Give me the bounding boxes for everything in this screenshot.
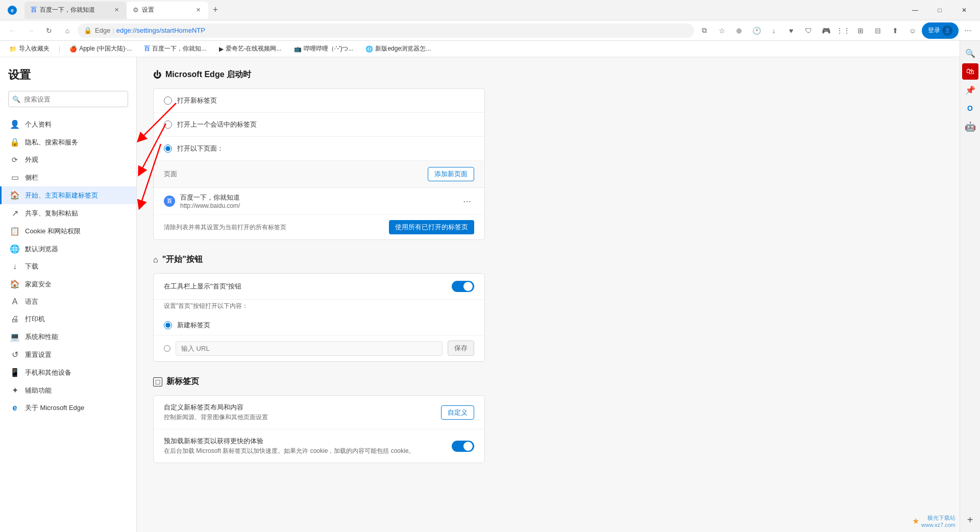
- show-home-toggle[interactable]: [452, 281, 474, 292]
- maximize-button[interactable]: □: [928, 2, 951, 18]
- sidebar-item-language[interactable]: A 语言: [0, 293, 136, 310]
- sidebar-item-appearance[interactable]: ⟳ 外观: [0, 151, 136, 168]
- new-tab-button[interactable]: +: [208, 3, 223, 17]
- search-input[interactable]: [8, 91, 128, 107]
- signin-button[interactable]: 登录 👤: [922, 22, 959, 39]
- minimize-button[interactable]: —: [903, 2, 927, 18]
- address-bar[interactable]: 🔒 Edge | edge://settings/startHomeNTP: [78, 23, 694, 38]
- tab-settings[interactable]: ⚙ 设置 ✕: [127, 2, 208, 19]
- save-url-button[interactable]: 保存: [448, 341, 474, 356]
- back-button[interactable]: ←: [4, 22, 20, 39]
- feedback-btn[interactable]: ☺: [904, 22, 921, 39]
- home-button[interactable]: ⌂: [59, 22, 76, 39]
- split-screen-btn[interactable]: ⧉: [696, 22, 713, 39]
- sidebar-item-mobile[interactable]: 📱 手机和其他设备: [0, 364, 136, 381]
- bookmark-iqiyi[interactable]: ▶ 爱奇艺-在线视频网...: [216, 43, 285, 54]
- home-radio-newtab[interactable]: 新建标签页: [154, 316, 484, 335]
- share-nav-icon: ↗: [10, 208, 20, 218]
- startup-option-pages[interactable]: 打开以下页面：: [154, 137, 484, 161]
- sidebar-item-sidebar-nav[interactable]: ▭ 侧栏: [0, 168, 136, 186]
- bookmark-bilibili[interactable]: 📺 哔哩哔哩（·'-')つ...: [291, 43, 357, 54]
- right-sidebar-customize[interactable]: +: [962, 512, 978, 528]
- use-tabs-button[interactable]: 使用所有已打开的标签页: [389, 220, 474, 234]
- add-page-button[interactable]: 添加新页面: [428, 167, 474, 181]
- sidebar-item-privacy[interactable]: 🔒 隐私、搜索和服务: [0, 133, 136, 151]
- startup-radio-prev[interactable]: [164, 120, 172, 129]
- home-section-title: "开始"按钮: [162, 254, 203, 265]
- startup-radio-pages[interactable]: [164, 144, 172, 153]
- page-more-button[interactable]: ⋯: [460, 196, 474, 207]
- sidebar-item-profile[interactable]: 👤 个人资料: [0, 115, 136, 133]
- sidebar-item-family[interactable]: 🏠 家庭安全: [0, 275, 136, 293]
- baidu-favicon-icon: 百: [144, 44, 150, 53]
- more-btn[interactable]: ⋯: [960, 22, 976, 39]
- sidebar-item-share[interactable]: ↗ 共享、复制和粘贴: [0, 204, 136, 222]
- sidebar-item-default-browser[interactable]: 🌐 默认浏览器: [0, 240, 136, 258]
- url-input-wrap: [176, 341, 443, 356]
- tab-settings-favicon: ⚙: [133, 6, 139, 14]
- clear-text: 清除列表并将其设置为当前打开的所有标签页: [164, 223, 286, 232]
- sidebar-item-about[interactable]: e 关于 Microsoft Edge: [0, 399, 136, 417]
- iqiyi-favicon-icon: ▶: [219, 45, 224, 53]
- workspaces-btn[interactable]: ⊞: [852, 22, 869, 39]
- right-sidebar-search[interactable]: 🔍: [962, 57, 978, 61]
- sidebar-item-startup[interactable]: 🏠 开始、主页和新建标签页: [0, 186, 136, 204]
- tab-actions-btn[interactable]: ⊟: [870, 22, 886, 39]
- sidebar-item-downloads[interactable]: ↓ 下载: [0, 258, 136, 275]
- collections-btn[interactable]: ⊕: [731, 22, 747, 39]
- startup-section: ⏻ Microsoft Edge 启动时 打开新标签页 打开上一个会话中的标签页: [153, 69, 964, 240]
- share-btn[interactable]: ⬆: [887, 22, 903, 39]
- home-newtab-radio[interactable]: [164, 321, 172, 329]
- clear-row: 清除列表并将其设置为当前打开的所有标签页 使用所有已打开的标签页: [154, 215, 484, 239]
- newtab-section-card: 自定义新标签页布局和内容 控制新闻源、背景图像和其他页面设置 自定义 预加载新标…: [153, 395, 485, 463]
- tab-settings-close[interactable]: ✕: [194, 6, 202, 14]
- sidebar-item-printer[interactable]: 🖨 打印机: [0, 310, 136, 328]
- right-sidebar-outlook[interactable]: O: [962, 100, 978, 116]
- right-sidebar-pin[interactable]: 📌: [962, 82, 978, 98]
- newtab-section-header: □ 新标签页: [153, 376, 964, 387]
- bookmark-baidu[interactable]: 百 百度一下，你就知...: [141, 43, 209, 54]
- sidebar-toggle-btn[interactable]: ⋮⋮: [835, 22, 851, 39]
- search-icon: 🔍: [12, 95, 20, 103]
- sidebar-item-mobile-label: 手机和其他设备: [25, 368, 71, 377]
- startup-option-newtab[interactable]: 打开新标签页: [154, 89, 484, 113]
- wallet-btn[interactable]: ♥: [783, 22, 799, 39]
- right-sidebar-shopping[interactable]: 🛍: [962, 63, 978, 80]
- browser-essentials-btn[interactable]: 🛡: [800, 22, 817, 39]
- tab-baidu[interactable]: 百 百度一下，你就知道 ✕: [24, 2, 127, 19]
- page-url: http://www.baidu.com/: [180, 202, 460, 209]
- preload-toggle-slider: [452, 441, 474, 452]
- customize-button[interactable]: 自定义: [441, 405, 474, 420]
- page-info: 百度一下，你就知道 http://www.baidu.com/: [180, 193, 460, 209]
- favorites-btn[interactable]: ☆: [714, 22, 730, 39]
- home-url-radio[interactable]: [164, 345, 170, 352]
- home-section-header: ⌂ "开始"按钮: [153, 254, 964, 265]
- sidebar-item-accessibility[interactable]: ✦ 辅助功能: [0, 381, 136, 399]
- preload-toggle[interactable]: [452, 441, 474, 452]
- downloads-btn[interactable]: ↓: [766, 22, 782, 39]
- sidebar-item-reset-label: 重置设置: [25, 350, 52, 359]
- apple-favicon-icon: 🍎: [69, 45, 77, 53]
- gaming-btn[interactable]: 🎮: [818, 22, 834, 39]
- bookmark-edge-help[interactable]: 🌐 新版edge浏览器怎...: [362, 43, 434, 54]
- history-btn[interactable]: 🕐: [748, 22, 765, 39]
- startup-radio-newtab[interactable]: [164, 96, 172, 105]
- sidebar-item-about-label: 关于 Microsoft Edge: [25, 403, 84, 413]
- refresh-button[interactable]: ↻: [41, 22, 57, 39]
- home-sub-text: 设置"首页"按钮打开以下内容：: [154, 300, 484, 316]
- sidebar-item-reset[interactable]: ↺ 重置设置: [0, 346, 136, 364]
- settings-sidebar: 设置 🔍 👤 个人资料 🔒 隐私、搜索和服务 ⟳ 外观 ▭ 侧栏: [0, 57, 137, 532]
- startup-icon: 🏠: [10, 190, 20, 200]
- startup-option-prev[interactable]: 打开上一个会话中的标签页: [154, 113, 484, 137]
- bookmark-import[interactable]: 📁 导入收藏夹: [6, 43, 53, 54]
- home-section-card: 在工具栏上显示"首页"按钮 设置"首页"按钮打开以下内容： 新建标签页: [153, 273, 485, 362]
- sidebar-item-system[interactable]: 💻 系统和性能: [0, 328, 136, 346]
- sidebar-item-language-label: 语言: [25, 297, 38, 306]
- close-button[interactable]: ✕: [952, 2, 976, 18]
- right-sidebar-copilot[interactable]: 🤖: [962, 118, 978, 135]
- tab-baidu-close[interactable]: ✕: [112, 6, 120, 14]
- forward-button[interactable]: →: [22, 22, 39, 39]
- home-url-input[interactable]: [176, 342, 442, 355]
- sidebar-item-cookies[interactable]: 📋 Cookie 和网站权限: [0, 222, 136, 240]
- bookmark-apple[interactable]: 🍎 Apple (中国大陆)·...: [66, 43, 135, 54]
